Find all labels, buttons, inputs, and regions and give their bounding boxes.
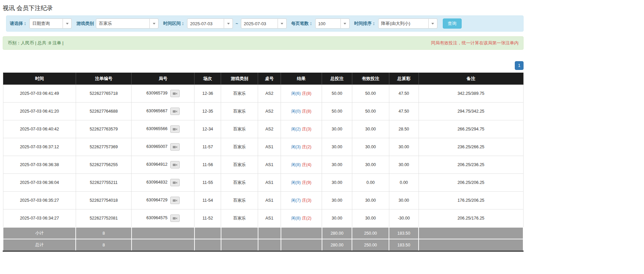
cell-table-no: AS1 — [258, 138, 281, 156]
date-from-dropdown-button[interactable] — [224, 18, 233, 29]
cell-total-bet[interactable]: 30.00 — [322, 120, 352, 138]
per-page-label: 每页笔数： — [291, 21, 313, 27]
cell-session: 11-52 — [194, 209, 221, 228]
per-page-input[interactable] — [315, 18, 341, 29]
cell-round: 630965566 — [132, 120, 194, 138]
cell-payout: -30.00 — [389, 209, 419, 228]
cell-time: 2025-07-03 06:40:42 — [3, 120, 76, 138]
table-row: 2025-07-03 06:35:27 522627754018 6309647… — [3, 192, 523, 209]
search-button[interactable]: 查询 — [443, 18, 462, 29]
cell-bet-id: 522627763579 — [76, 120, 131, 138]
cell-total-bet[interactable]: 30.00 — [322, 192, 352, 209]
cell-total-bet[interactable]: 30.00 — [322, 174, 352, 192]
cell-payout: 0.00 — [389, 174, 419, 192]
cell-total-bet[interactable]: 50.00 — [322, 85, 352, 103]
game-type-input[interactable] — [96, 18, 150, 29]
cell-table-no: AS1 — [258, 209, 281, 228]
total-total-bet: 280.00 — [322, 239, 352, 251]
video-camera-icon — [173, 199, 177, 202]
cell-table-no: AS1 — [258, 174, 281, 192]
header-total-bet: 总投注 — [322, 73, 352, 85]
cell-result: 闲(2)庄(3) — [281, 120, 322, 138]
cell-session: 12-35 — [194, 103, 221, 120]
video-camera-icon — [173, 145, 177, 149]
replay-video-button[interactable] — [170, 108, 180, 115]
per-page-group — [315, 18, 350, 29]
video-camera-icon — [173, 110, 177, 113]
replay-video-button[interactable] — [170, 125, 180, 133]
cell-game: 百家乐 — [221, 85, 258, 103]
cell-total-bet[interactable]: 30.00 — [322, 209, 352, 228]
cell-valid-bet: 50.00 — [352, 103, 389, 120]
replay-video-button[interactable] — [170, 161, 180, 168]
footer-cell-empty — [419, 239, 523, 251]
summary-currency-count: 币别：人民币 | 总共 :8 注单 | — [8, 40, 64, 46]
replay-video-button[interactable] — [170, 214, 180, 222]
cell-game: 百家乐 — [221, 156, 258, 174]
per-page-dropdown-button[interactable] — [341, 18, 350, 29]
video-camera-icon — [173, 217, 177, 220]
date-range-separator: ~ — [235, 21, 239, 26]
round-number: 630965667 — [146, 109, 168, 113]
result-banker: 庄(8) — [302, 91, 312, 96]
query-type-dropdown-button[interactable] — [63, 18, 72, 29]
cell-result: 闲(9)庄(9) — [281, 174, 322, 192]
cell-valid-bet: 30.00 — [352, 156, 389, 174]
cell-payout: 28.50 — [389, 120, 419, 138]
video-camera-icon — [173, 127, 177, 131]
cell-remark: 176.25/206.25 — [419, 192, 523, 209]
sort-input[interactable] — [378, 18, 429, 29]
table-body: 2025-07-03 06:41:49 522627765718 6309657… — [3, 85, 523, 228]
round-number: 630965739 — [146, 91, 168, 95]
cell-time: 2025-07-03 06:41:20 — [3, 103, 76, 120]
result-player: 闲(3) — [291, 145, 301, 149]
filter-panel: 请选择： 游戏类别 时间区间： ~ 每页笔数： 时间排序： — [6, 15, 524, 32]
time-range-label: 时间区间： — [163, 21, 185, 27]
replay-video-button[interactable] — [170, 143, 180, 151]
cell-valid-bet: 30.00 — [352, 120, 389, 138]
video-camera-icon — [173, 181, 177, 185]
cell-session: 12-34 — [194, 120, 221, 138]
cell-total-bet[interactable]: 30.00 — [322, 156, 352, 174]
cell-game: 百家乐 — [221, 192, 258, 209]
cell-round: 630965667 — [132, 103, 194, 120]
sort-group — [378, 18, 437, 29]
date-to-input[interactable] — [241, 18, 278, 29]
chevron-down-icon — [344, 23, 346, 25]
chevron-down-icon — [281, 23, 283, 25]
cell-table-no: AS1 — [258, 192, 281, 209]
date-to-dropdown-button[interactable] — [278, 18, 287, 29]
header-valid-bet: 有效投注 — [352, 73, 389, 85]
header-round: 局号 — [132, 73, 194, 85]
cell-total-bet[interactable]: 30.00 — [322, 138, 352, 156]
cell-total-bet[interactable]: 50.00 — [322, 103, 352, 120]
cell-time: 2025-07-03 06:36:38 — [3, 156, 76, 174]
round-number: 630964832 — [146, 180, 168, 185]
game-type-dropdown-button[interactable] — [150, 18, 158, 29]
header-bet-id: 注单编号 — [76, 73, 131, 85]
query-type-input[interactable] — [29, 18, 63, 29]
result-banker: 庄(8) — [302, 109, 312, 114]
date-from-input[interactable] — [187, 18, 224, 29]
footer-cell-empty — [419, 227, 523, 239]
cell-valid-bet: 30.00 — [352, 192, 389, 209]
result-player: 闲(8) — [291, 162, 301, 167]
cell-payout: 30.00 — [389, 192, 419, 209]
cell-valid-bet: 50.00 — [352, 85, 389, 103]
replay-video-button[interactable] — [170, 90, 180, 97]
cell-game: 百家乐 — [221, 138, 258, 156]
result-player: 闲(8) — [291, 216, 301, 221]
footer-cell-empty — [132, 227, 194, 239]
date-to-group — [241, 18, 287, 29]
header-result: 结果 — [281, 73, 322, 85]
sort-dropdown-button[interactable] — [429, 18, 437, 29]
game-type-label: 游戏类别 — [76, 21, 94, 27]
replay-video-button[interactable] — [170, 197, 180, 204]
replay-video-button[interactable] — [170, 179, 180, 186]
cell-table-no: AS2 — [258, 103, 281, 120]
sort-label: 时间排序： — [354, 21, 376, 27]
page-1-button[interactable]: 1 — [515, 61, 524, 70]
chevron-down-icon — [153, 23, 155, 25]
cell-bet-id: 522627752081 — [76, 209, 131, 228]
query-type-group — [29, 18, 72, 29]
